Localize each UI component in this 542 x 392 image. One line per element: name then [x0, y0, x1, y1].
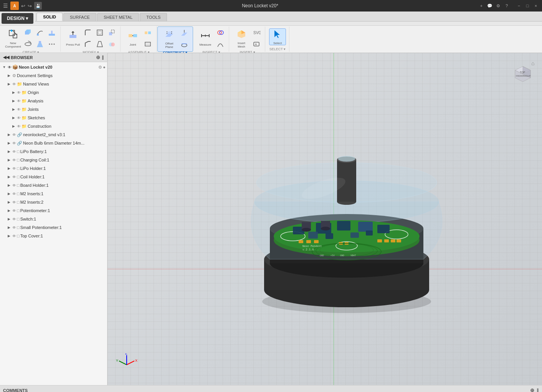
maximize-btn[interactable]: □: [524, 3, 530, 9]
shell-btn[interactable]: [94, 27, 105, 38]
tab-tools[interactable]: TOOLS: [140, 13, 167, 21]
m2-inserts-1-expand[interactable]: ▶: [6, 191, 12, 196]
small-pot-expand[interactable]: ▶: [6, 225, 12, 230]
browser-add-icon[interactable]: ⊕: [96, 54, 100, 60]
construction-expand[interactable]: ▶: [11, 124, 16, 129]
neon-bulb-visibility[interactable]: 👁: [12, 141, 16, 145]
settings-btn[interactable]: ⚙: [495, 3, 501, 9]
sweep-btn[interactable]: [35, 27, 45, 38]
tree-m2-inserts-2[interactable]: ▶ 👁 □ M2 Inserts:2: [0, 198, 107, 206]
joints-visibility[interactable]: 👁: [17, 107, 21, 112]
comments-collapse-icon[interactable]: ‖: [537, 388, 539, 392]
tree-small-pot[interactable]: ▶ 👁 □ Small Potentiometer:1: [0, 223, 107, 232]
tree-doc-settings[interactable]: ▶ ⚙ Document Settings: [0, 71, 107, 80]
tree-coil-holder[interactable]: ▶ 👁 □ Coil Holder:1: [0, 173, 107, 181]
loft-btn[interactable]: [35, 39, 45, 49]
tree-top-cover[interactable]: ▶ 👁 □ Top Cover:1: [0, 232, 107, 240]
tree-neonlocket2-smd[interactable]: ▶ 👁 🔗 neonlocket2_smd v3:1: [0, 130, 107, 139]
sketches-expand[interactable]: ▶: [11, 115, 16, 120]
coil-holder-expand[interactable]: ▶: [6, 174, 12, 180]
switch-expand[interactable]: ▶: [6, 216, 12, 222]
curvature-btn[interactable]: [215, 39, 226, 49]
potentiometer-visibility[interactable]: 👁: [12, 209, 16, 213]
tangent-plane-btn[interactable]: [179, 39, 190, 50]
m2-inserts-2-visibility[interactable]: 👁: [12, 200, 16, 204]
help-btn[interactable]: ?: [504, 3, 510, 9]
lipo-holder-visibility[interactable]: 👁: [12, 166, 16, 171]
revolve-btn[interactable]: [23, 39, 33, 49]
tree-potentiometer[interactable]: ▶ 👁 □ Potentiometer:1: [0, 206, 107, 215]
rigid-group-btn[interactable]: [142, 39, 153, 49]
tree-m2-inserts-1[interactable]: ▶ 👁 □ M2 Inserts:1: [0, 189, 107, 198]
tab-solid[interactable]: SOLID: [36, 13, 63, 21]
tree-construction[interactable]: ▶ 👁 📁 Construction: [0, 122, 107, 130]
close-btn[interactable]: ×: [533, 3, 539, 9]
save-btn[interactable]: 💾: [34, 2, 42, 10]
lipo-battery-visibility[interactable]: 👁: [12, 150, 16, 154]
new-window-btn[interactable]: +: [478, 3, 484, 9]
joints-expand[interactable]: ▶: [11, 107, 16, 112]
decal-btn[interactable]: A: [251, 39, 262, 49]
measure-btn[interactable]: Measure: [197, 30, 214, 47]
lipo-holder-expand[interactable]: ▶: [6, 166, 12, 171]
analysis-expand[interactable]: ▶: [11, 98, 16, 104]
tree-charging-coil[interactable]: ▶ 👁 □ Charging Coil:1: [0, 156, 107, 164]
top-cover-visibility[interactable]: 👁: [12, 234, 16, 238]
named-views-visibility[interactable]: 👁: [12, 82, 16, 86]
tab-sheet-metal[interactable]: SHEET METAL: [97, 13, 139, 21]
doc-settings-expand[interactable]: ▶: [6, 73, 12, 78]
chat-btn[interactable]: 💬: [487, 3, 493, 9]
board-holder-visibility[interactable]: 👁: [12, 183, 16, 188]
origin-expand[interactable]: ▶: [11, 90, 16, 95]
fillet-btn[interactable]: [83, 27, 93, 38]
tree-lipo-battery[interactable]: ▶ 👁 □ LiPo Battery:1: [0, 147, 107, 156]
potentiometer-expand[interactable]: ▶: [6, 208, 12, 213]
select-btn[interactable]: Select: [269, 28, 286, 45]
redo-btn[interactable]: ↪: [28, 3, 32, 9]
tree-joints[interactable]: ▶ 👁 📁 Joints: [0, 105, 107, 114]
tree-named-views[interactable]: ▶ 👁 📁 Named Views: [0, 80, 107, 88]
board-holder-expand[interactable]: ▶: [6, 183, 12, 188]
coil-holder-visibility[interactable]: 👁: [12, 175, 16, 179]
construction-visibility[interactable]: 👁: [17, 124, 21, 128]
new-component-btn[interactable]: NewComponent: [5, 30, 21, 47]
as-built-joint-btn[interactable]: [142, 27, 153, 38]
rib-btn[interactable]: [46, 27, 57, 38]
tree-switch[interactable]: ▶ 👁 □ Switch:1: [0, 215, 107, 223]
tree-origin[interactable]: ▶ 👁 📁 Origin: [0, 88, 107, 97]
browser-collapse-right[interactable]: ‖: [102, 55, 104, 60]
m2-inserts-1-visibility[interactable]: 👁: [12, 192, 16, 196]
draft-btn[interactable]: [94, 39, 105, 49]
tree-analysis[interactable]: ▶ 👁 📁 Analysis: [0, 97, 107, 105]
tab-surface[interactable]: SURFACE: [63, 13, 96, 21]
design-button[interactable]: DESIGN ▾: [2, 13, 33, 24]
root-options-icon[interactable]: ⚙: [98, 65, 102, 70]
origin-visibility[interactable]: 👁: [17, 91, 21, 95]
comments-add-icon[interactable]: ⊕: [530, 387, 534, 392]
tree-sketches[interactable]: ▶ 👁 📁 Sketches: [0, 114, 107, 122]
charging-coil-visibility[interactable]: 👁: [12, 158, 16, 162]
tree-board-holder[interactable]: ▶ 👁 □ Board Holder:1: [0, 181, 107, 189]
analysis-visibility[interactable]: 👁: [17, 99, 21, 103]
tree-neon-bulb[interactable]: ▶ 👁 🔗 Neon Bulb 6mm Diameter 14m...: [0, 139, 107, 147]
insert-svg-btn[interactable]: SVG: [251, 27, 262, 38]
charging-coil-expand[interactable]: ▶: [6, 157, 12, 163]
top-cover-expand[interactable]: ▶: [6, 233, 12, 239]
browser-collapse-icon[interactable]: ◀◀: [3, 55, 9, 60]
more-create-btn[interactable]: [46, 39, 57, 49]
undo-btn[interactable]: ↩: [21, 3, 25, 9]
root-visibility-icon[interactable]: 👁: [8, 65, 12, 69]
neonlocket2-expand[interactable]: ▶: [6, 132, 12, 137]
switch-visibility[interactable]: 👁: [12, 217, 16, 221]
app-menu-icon[interactable]: ☰: [3, 3, 8, 9]
combine-btn[interactable]: [106, 39, 117, 49]
root-expand-icon[interactable]: ▼: [2, 64, 7, 70]
chamfer-btn[interactable]: [83, 39, 93, 49]
lipo-battery-expand[interactable]: ▶: [6, 149, 12, 154]
minimize-btn[interactable]: −: [516, 3, 522, 9]
joint-btn[interactable]: Joint: [124, 30, 141, 47]
small-pot-visibility[interactable]: 👁: [12, 226, 16, 230]
m2-inserts-2-expand[interactable]: ▶: [6, 199, 12, 205]
press-pull-btn[interactable]: Press Pull: [64, 30, 81, 47]
neonlocket2-visibility[interactable]: 👁: [12, 133, 16, 137]
